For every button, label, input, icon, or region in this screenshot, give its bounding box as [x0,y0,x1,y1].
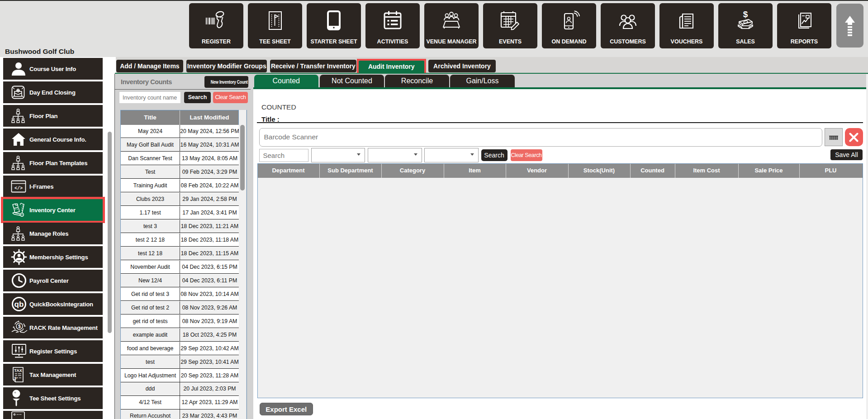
svg-text:$: $ [14,376,17,380]
svg-text:$: $ [743,10,748,19]
svg-text:qb: qb [14,300,24,309]
svg-text:$: $ [18,324,21,329]
svg-text:</>: </> [14,186,23,191]
svg-text:TAX: TAX [14,368,22,373]
